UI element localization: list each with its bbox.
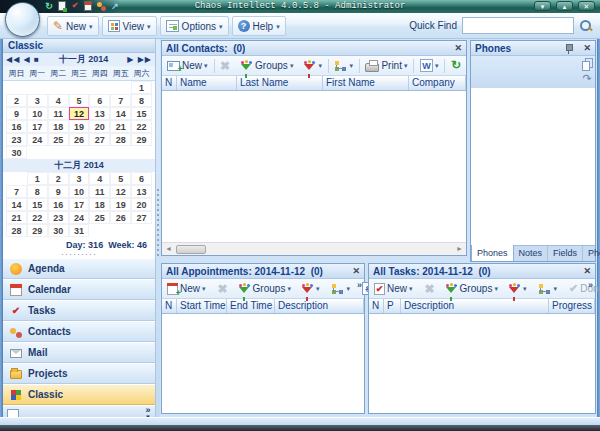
backup-icon[interactable]	[58, 1, 66, 11]
close-icon[interactable]: ✕	[348, 266, 360, 276]
calendar-day[interactable]: 8	[27, 185, 48, 198]
calendar-day[interactable]: 6	[89, 94, 110, 107]
word-export-button[interactable]: W ▾	[418, 58, 441, 73]
calendar-day[interactable]: 12	[69, 107, 90, 120]
calendar-day[interactable]: 29	[131, 133, 152, 146]
column-header[interactable]: P	[384, 299, 401, 313]
calendar-day[interactable]: 22	[27, 211, 48, 224]
calendar-day[interactable]: 8	[131, 94, 152, 107]
toolbar-overflow-icon[interactable]: »	[357, 280, 362, 290]
calendar-day[interactable]: 17	[27, 120, 48, 133]
quick-find-input[interactable]	[462, 17, 574, 34]
new-appointment-button[interactable]: + New ▾	[165, 282, 208, 296]
column-header[interactable]: End Time	[227, 299, 275, 313]
new-task-button[interactable]: ✔ New ▾	[372, 282, 415, 296]
calendar-day[interactable]: 19	[69, 120, 90, 133]
calendar-day[interactable]: 14	[6, 198, 27, 211]
minimize-button[interactable]: ▾	[534, 1, 551, 11]
phones-list[interactable]	[471, 88, 595, 245]
calendar-day[interactable]: 30	[48, 224, 69, 237]
calendar-day[interactable]: 10	[69, 185, 90, 198]
calendar-day[interactable]: 3	[69, 172, 90, 185]
calendar-day[interactable]: 9	[6, 107, 27, 120]
contacts-list[interactable]	[162, 91, 466, 242]
close-icon[interactable]: ✕	[450, 43, 462, 53]
toolbar-overflow-icon[interactable]: »	[588, 280, 593, 290]
calendar-day[interactable]: 23	[48, 211, 69, 224]
search-icon[interactable]	[579, 19, 593, 33]
calendar-day[interactable]: 30	[6, 146, 27, 159]
sidebar-item-calendar[interactable]: Calendar	[3, 279, 155, 300]
calendar-day[interactable]: 26	[69, 133, 90, 146]
calendar-day[interactable]: 21	[6, 211, 27, 224]
calendar-day[interactable]: 2	[6, 94, 27, 107]
calendar-day[interactable]: 18	[48, 120, 69, 133]
calendar-day[interactable]: 20	[131, 198, 152, 211]
sidebar-item-mail[interactable]: Mail	[3, 342, 155, 363]
calendar-day[interactable]: 25	[48, 133, 69, 146]
tasks-list[interactable]	[369, 314, 595, 413]
filter-button[interactable]: ▾	[298, 61, 324, 71]
refresh-button[interactable]: ↻	[449, 58, 463, 73]
calendar-day[interactable]: 27	[89, 133, 110, 146]
options-menu-button[interactable]: Options ▾	[160, 16, 229, 36]
view-menu-button[interactable]: View ▾	[102, 16, 157, 36]
calendar-day[interactable]: 1	[131, 81, 152, 94]
calendar-prev-buttons[interactable]: ◀◀ ◀ ■	[6, 55, 40, 64]
help-menu-button[interactable]: ? Help ▾	[232, 16, 286, 36]
filter-button[interactable]: ▾	[296, 284, 322, 294]
group-by-button[interactable]: ▾	[332, 59, 355, 73]
calendar-day[interactable]: 26	[110, 211, 131, 224]
scroll-right-icon[interactable]: ►	[453, 243, 466, 255]
calendar-day[interactable]: 28	[6, 224, 27, 237]
column-header[interactable]: Company	[409, 76, 466, 90]
close-button[interactable]: ✕	[578, 1, 595, 11]
calendar-day[interactable]: 11	[48, 107, 69, 120]
sidebar-item-classic[interactable]: Classic	[3, 384, 155, 405]
calendar-day[interactable]: 24	[69, 211, 90, 224]
group-by-button[interactable]: ▾	[329, 282, 352, 296]
calendar-day[interactable]: 10	[27, 107, 48, 120]
sidebar-item-tasks[interactable]: ✔ Tasks	[3, 300, 155, 321]
calendar-day[interactable]: 6	[131, 172, 152, 185]
filter-button[interactable]: ▾	[503, 284, 529, 294]
sidebar-item-projects[interactable]: Projects	[3, 363, 155, 384]
tab-fields[interactable]: Fields	[548, 246, 583, 261]
calendar-day[interactable]: 24	[27, 133, 48, 146]
calendar-day[interactable]: 2	[48, 172, 69, 185]
calendar-day[interactable]: 9	[48, 185, 69, 198]
done-button[interactable]: ✔ Done ▾	[567, 281, 600, 296]
sidebar-item-contacts[interactable]: Contacts	[3, 321, 155, 342]
app-orb-button[interactable]	[5, 2, 40, 37]
redo-icon[interactable]: ↷	[582, 73, 591, 84]
sidebar-item-agenda[interactable]: Agenda	[3, 258, 155, 279]
calendar-day[interactable]: 4	[89, 172, 110, 185]
calendar-day[interactable]: 12	[110, 185, 131, 198]
column-header[interactable]: First Name	[323, 76, 409, 90]
calendar-day[interactable]: 1	[27, 172, 48, 185]
calendar-day[interactable]: 15	[131, 107, 152, 120]
column-header[interactable]: N	[162, 76, 177, 90]
quick-new-task-icon[interactable]: ✔	[70, 1, 80, 11]
sidebar-splitter-handle[interactable]: ·········	[3, 251, 155, 258]
column-header[interactable]: Description	[401, 299, 549, 313]
new-menu-button[interactable]: ✎ New ▾	[47, 16, 99, 36]
contacts-horizontal-scrollbar[interactable]: ◄ ►	[162, 242, 466, 255]
calendar-day[interactable]: 28	[110, 133, 131, 146]
delete-task-button[interactable]: ✖	[423, 282, 437, 296]
scroll-left-icon[interactable]: ◄	[162, 243, 175, 255]
calendar-day[interactable]: 18	[89, 198, 110, 211]
column-header[interactable]: Start Time	[177, 299, 227, 313]
appointments-list[interactable]	[162, 314, 364, 413]
delete-appointment-button[interactable]: ✖	[216, 282, 230, 296]
pin-icon[interactable]	[564, 43, 573, 54]
calendar-day[interactable]: 21	[110, 120, 131, 133]
column-header[interactable]: N	[162, 299, 177, 313]
column-header[interactable]: N	[369, 299, 384, 313]
maximize-button[interactable]: ▴	[556, 1, 573, 11]
tab-phones[interactable]: Phones	[471, 245, 514, 261]
calendar-day[interactable]: 14	[110, 107, 131, 120]
calendar-day[interactable]: 3	[27, 94, 48, 107]
calendar-day[interactable]: 17	[69, 198, 90, 211]
column-header[interactable]: Last Name	[237, 76, 323, 90]
